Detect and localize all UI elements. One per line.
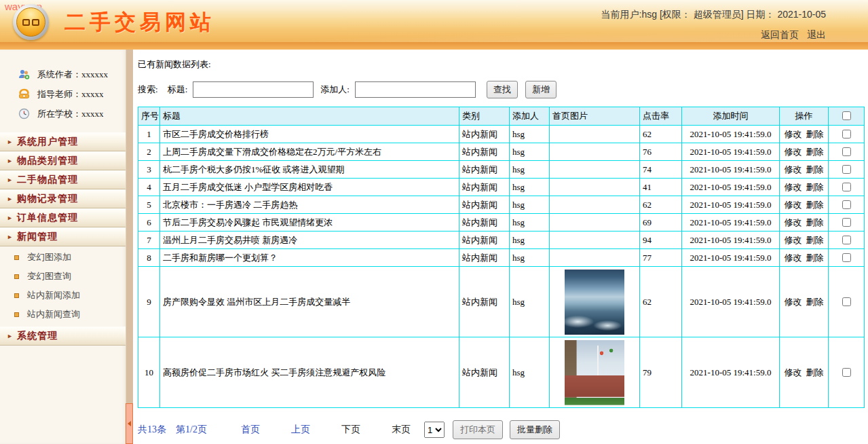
table-row: 3 杭二手房个税大多仍按1%征收 或将进入观望期 站内新闻 hsg 74 202…: [138, 161, 865, 179]
row-checkbox-cell: [829, 249, 865, 267]
col-header-image: 首页图片: [550, 107, 640, 126]
select-all-checkbox[interactable]: [842, 111, 851, 120]
news-table: 序号 标题 类别 添加人 首页图片 点击率 添加时间 操作 1 市区二手房成: [138, 107, 865, 408]
edit-link[interactable]: 修改: [785, 367, 802, 377]
news-clicks: 76: [640, 143, 682, 161]
delete-link[interactable]: 删除: [806, 182, 824, 192]
sidebar-submenu-banner-query[interactable]: 变幻图查询: [0, 268, 126, 284]
edit-link[interactable]: 修改: [785, 217, 802, 227]
news-clicks: 94: [640, 232, 682, 249]
square-bullet-icon: [14, 274, 19, 279]
edit-link[interactable]: 修改: [785, 235, 802, 245]
delete-link[interactable]: 删除: [806, 129, 824, 139]
row-number: 10: [138, 337, 160, 408]
batch-delete-button[interactable]: 批量删除: [510, 420, 560, 439]
news-image-cell: [550, 126, 640, 143]
last-page-link[interactable]: 末页: [392, 424, 411, 436]
sidebar-divider: [126, 50, 133, 444]
delete-link[interactable]: 删除: [806, 147, 824, 157]
news-clicks: 79: [640, 337, 682, 408]
row-checkbox[interactable]: [842, 297, 851, 306]
news-clicks: 77: [640, 249, 682, 267]
news-adder: hsg: [510, 179, 550, 196]
sidebar-collapse-handle[interactable]: [126, 403, 133, 444]
menu-label: 二手物品管理: [17, 174, 78, 186]
mountain-landscape-image: [565, 270, 624, 335]
row-number: 7: [138, 232, 160, 249]
news-category: 站内新闻: [459, 214, 510, 232]
delete-link[interactable]: 删除: [806, 253, 824, 263]
header: wayu.cn 二手交易网站 当前用户:hsg [权限： 超级管理员] 日期： …: [0, 0, 868, 42]
sidebar-menu-item-mgmt[interactable]: ► 二手物品管理: [0, 170, 126, 189]
sidebar-menu-order-mgmt[interactable]: ► 订单信息管理: [0, 208, 126, 227]
sidebar-submenu-banner-add[interactable]: 变幻图添加: [0, 249, 126, 265]
delete-link[interactable]: 删除: [806, 297, 824, 307]
edit-link[interactable]: 修改: [785, 129, 802, 139]
row-checkbox[interactable]: [842, 165, 851, 174]
delete-link[interactable]: 删除: [806, 200, 824, 210]
edit-link[interactable]: 修改: [785, 200, 802, 210]
row-checkbox[interactable]: [842, 147, 851, 156]
row-checkbox-cell: [829, 267, 865, 337]
sidebar-menu-system-mgmt[interactable]: ► 系统管理: [0, 327, 126, 346]
row-checkbox[interactable]: [842, 253, 851, 262]
find-button[interactable]: 查找: [487, 81, 518, 98]
sidebar-menu-user-mgmt[interactable]: ► 系统用户管理: [0, 132, 126, 151]
row-checkbox[interactable]: [842, 130, 851, 138]
edit-link[interactable]: 修改: [785, 164, 802, 174]
row-operations: 修改删除: [780, 196, 829, 214]
print-page-button[interactable]: 打印本页: [453, 420, 503, 439]
edit-link[interactable]: 修改: [785, 182, 802, 192]
first-page-link[interactable]: 首页: [241, 424, 260, 436]
news-title: 北京楼市：一手房遇冷 二手房趋热: [160, 196, 459, 214]
menu-label: 物品类别管理: [17, 155, 78, 167]
row-checkbox[interactable]: [842, 368, 851, 377]
news-adder: hsg: [510, 196, 550, 214]
delete-link[interactable]: 删除: [806, 164, 824, 174]
sidebar-info-author: 系统作者：xxxxxx: [0, 64, 126, 84]
row-number: 5: [138, 196, 160, 214]
row-number: 6: [138, 214, 160, 232]
menu-label: 购物记录管理: [17, 193, 78, 205]
title-search-input[interactable]: [193, 81, 314, 98]
news-category: 站内新闻: [459, 179, 510, 196]
edit-link[interactable]: 修改: [785, 253, 802, 263]
add-button[interactable]: 新增: [525, 81, 556, 98]
next-page-link[interactable]: 下页: [341, 424, 360, 436]
sidebar-info-label: 指导老师：xxxxx: [37, 88, 104, 100]
prev-page-link[interactable]: 上页: [291, 424, 310, 436]
logout-link[interactable]: 退出: [807, 29, 826, 40]
edit-link[interactable]: 修改: [785, 147, 802, 157]
delete-link[interactable]: 删除: [806, 235, 824, 245]
row-checkbox-cell: [829, 214, 865, 232]
news-time: 2021-10-05 19:41:59.0: [682, 161, 780, 179]
sidebar-menu-news-mgmt[interactable]: ► 新闻管理: [0, 227, 126, 246]
square-bullet-icon: [14, 312, 19, 317]
news-clicks: 74: [640, 161, 682, 179]
row-checkbox[interactable]: [842, 183, 851, 191]
news-clicks: 62: [640, 196, 682, 214]
row-checkbox[interactable]: [842, 200, 851, 209]
adder-label: 添加人:: [320, 84, 350, 96]
arrow-right-icon: ►: [7, 333, 13, 339]
adder-search-input[interactable]: [355, 81, 476, 98]
delete-link[interactable]: 删除: [806, 217, 824, 227]
news-adder: hsg: [510, 267, 550, 337]
row-operations: 修改删除: [780, 179, 829, 196]
sidebar-submenu-news-query[interactable]: 站内新闻查询: [0, 306, 126, 322]
table-row: 7 温州上月二手房交易井喷 新房遇冷 站内新闻 hsg 94 2021-10-0…: [138, 232, 865, 249]
sidebar-menu-purchase-mgmt[interactable]: ► 购物记录管理: [0, 189, 126, 208]
col-header-clicks: 点击率: [640, 107, 682, 126]
sidebar-submenu-news-add[interactable]: 站内新闻添加: [0, 287, 126, 303]
edit-link[interactable]: 修改: [785, 297, 802, 307]
menu-label: 系统管理: [17, 330, 58, 342]
row-checkbox[interactable]: [842, 218, 851, 227]
row-checkbox[interactable]: [842, 236, 851, 244]
news-image-cell: [550, 249, 640, 267]
delete-link[interactable]: 删除: [806, 367, 824, 377]
sidebar: 系统作者：xxxxxx 指导老师：xxxxx 所在学校：xxxxx ► 系统用户…: [0, 50, 126, 444]
home-link[interactable]: 返回首页: [761, 29, 799, 40]
title-label: 标题:: [168, 84, 188, 96]
sidebar-menu-category-mgmt[interactable]: ► 物品类别管理: [0, 151, 126, 170]
page-select[interactable]: 1: [424, 422, 445, 438]
